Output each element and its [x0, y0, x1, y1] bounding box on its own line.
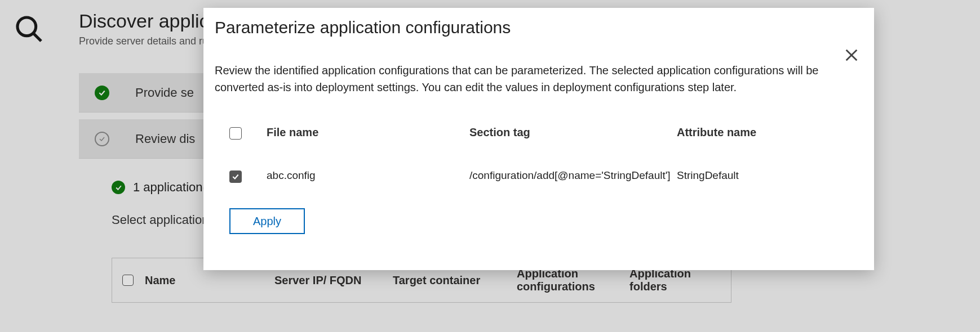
page-title: Discover applica: [79, 10, 219, 32]
wizard-step-label: Review dis: [135, 132, 195, 146]
select-applications-label: Select applications: [112, 213, 215, 227]
modal-description: Review the identified application config…: [215, 62, 835, 96]
search-icon: [14, 14, 45, 47]
apply-button[interactable]: Apply: [229, 208, 305, 234]
col-attribute-name: Attribute name: [677, 126, 823, 139]
check-icon: [232, 173, 240, 181]
check-circle-icon: [95, 86, 109, 100]
cell-filename: abc.config: [267, 169, 469, 182]
close-button[interactable]: [840, 44, 863, 66]
select-all-checkbox[interactable]: [229, 127, 242, 140]
application-summary: 1 application(: [112, 180, 207, 195]
close-icon: [844, 47, 859, 63]
svg-point-0: [17, 17, 36, 36]
wizard-step-label: Provide se: [135, 86, 194, 100]
config-table: File name Section tag Attribute name abc…: [229, 126, 863, 183]
parameterize-modal: Parameterize application configurations …: [203, 8, 874, 270]
col-app-config: Application configurations: [517, 267, 629, 293]
table-row: abc.config /configuration/add[@name='Str…: [229, 169, 863, 183]
application-summary-text: 1 application(: [133, 180, 207, 195]
col-server-ip: Server IP/ FQDN: [274, 274, 393, 287]
row-checkbox[interactable]: [229, 171, 242, 183]
check-outline-icon: [95, 132, 109, 146]
col-name: Name: [134, 274, 274, 287]
apply-button-label: Apply: [253, 215, 281, 228]
page-subtitle: Provide server details and run: [79, 35, 219, 47]
cell-attribute-name: StringDefault: [677, 169, 823, 182]
col-app-folders: Application folders: [629, 267, 720, 293]
col-filename: File name: [267, 126, 469, 139]
svg-line-1: [33, 33, 41, 41]
modal-title: Parameterize application configurations: [215, 18, 863, 37]
cell-section-tag: /configuration/add[@name='StringDefault'…: [469, 169, 677, 182]
col-target-container: Target container: [393, 274, 517, 287]
table-header-row: File name Section tag Attribute name: [229, 126, 863, 142]
select-all-checkbox[interactable]: [122, 275, 134, 286]
col-section-tag: Section tag: [469, 126, 677, 139]
check-circle-icon: [112, 181, 125, 194]
